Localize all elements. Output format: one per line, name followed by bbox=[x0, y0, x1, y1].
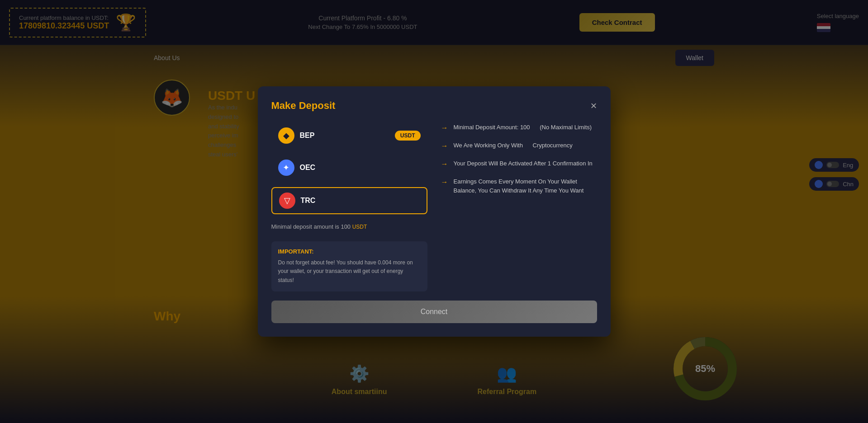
info-text-4: Earnings Comes Every Moment On Your Wall… bbox=[454, 177, 597, 195]
bep-network-option[interactable]: ◆ BEP USDT bbox=[271, 123, 427, 148]
bep-label: BEP bbox=[300, 132, 315, 140]
modal-body: ◆ BEP USDT ✦ OEC ▽ TRC Minimal deposit a… bbox=[271, 123, 597, 291]
oec-label: OEC bbox=[300, 164, 316, 172]
info-text-1: Minimal Deposit Amount: 100 (No Maximal … bbox=[454, 123, 592, 132]
important-label: IMPORTANT: bbox=[278, 248, 421, 255]
modal-header: Make Deposit × bbox=[271, 100, 597, 112]
bep-icon: ◆ bbox=[278, 127, 294, 144]
info-text-2: We Are Working Only With Cryptocurrency bbox=[454, 141, 573, 150]
modal-title: Make Deposit bbox=[271, 100, 336, 112]
usdt-small: USDT bbox=[352, 224, 367, 230]
trc-label: TRC bbox=[301, 197, 316, 205]
trc-network-option[interactable]: ▽ TRC bbox=[271, 187, 427, 214]
info-item-1: → Minimal Deposit Amount: 100 (No Maxima… bbox=[441, 123, 597, 132]
info-text-3: Your Deposit Will Be Activated After 1 C… bbox=[454, 159, 593, 168]
arrow-icon-1: → bbox=[441, 124, 448, 132]
min-deposit-text: Minimal deposit amount is 100 USDT bbox=[271, 223, 427, 230]
oec-network-option[interactable]: ✦ OEC bbox=[271, 155, 427, 180]
important-box: IMPORTANT: Do not forget about fee! You … bbox=[271, 241, 427, 291]
modal-close-button[interactable]: × bbox=[590, 100, 597, 111]
info-item-2: → We Are Working Only With Cryptocurrenc… bbox=[441, 141, 597, 150]
arrow-icon-2: → bbox=[441, 142, 448, 150]
arrow-icon-3: → bbox=[441, 160, 448, 168]
arrow-icon-4: → bbox=[441, 178, 448, 186]
info-item-3: → Your Deposit Will Be Activated After 1… bbox=[441, 159, 597, 168]
important-text: Do not forget about fee! You should have… bbox=[278, 258, 421, 285]
info-item-4: → Earnings Comes Every Moment On Your Wa… bbox=[441, 177, 597, 195]
modal-left: ◆ BEP USDT ✦ OEC ▽ TRC Minimal deposit a… bbox=[271, 123, 427, 291]
modal-right: → Minimal Deposit Amount: 100 (No Maxima… bbox=[441, 123, 597, 291]
trc-icon: ▽ bbox=[279, 193, 295, 209]
usdt-badge: USDT bbox=[395, 131, 421, 141]
modal-overlay[interactable]: Make Deposit × ◆ BEP USDT ✦ OEC ▽ bbox=[0, 0, 868, 423]
oec-icon: ✦ bbox=[278, 160, 294, 176]
make-deposit-modal: Make Deposit × ◆ BEP USDT ✦ OEC ▽ bbox=[258, 86, 611, 337]
connect-button[interactable]: Connect bbox=[271, 301, 597, 323]
